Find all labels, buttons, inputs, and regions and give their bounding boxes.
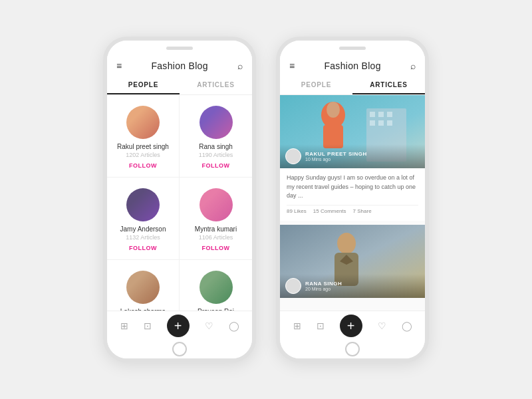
person-name-1: Rakul preet singh	[117, 143, 169, 150]
phone-1: ≡ Fashion Blog ⌕ PEOPLE ARTICLES Rakul p…	[103, 37, 256, 362]
article-text-1: Happy Sunday guys! I am so overdue on a …	[287, 174, 418, 201]
phone-bottom-bar-2	[280, 340, 425, 358]
profile-icon-2[interactable]: ◯	[402, 321, 412, 331]
person-card-2: Rana singh 1190 Articles FOLLOW	[180, 95, 252, 178]
article-author-name-1: RAKUL PREET SINGH	[305, 151, 367, 157]
app-screen-1: ≡ Fashion Blog ⌕ PEOPLE ARTICLES Rakul p…	[107, 55, 252, 340]
bookmark-icon-2[interactable]: ⊡	[317, 321, 325, 331]
home-button-2[interactable]	[345, 342, 360, 356]
people-grid: Rakul preet singh 1202 Articles FOLLOW R…	[107, 95, 252, 311]
bottom-bar-1: ⊞ ⊡ + ♡ ◯	[107, 311, 252, 340]
svg-rect-2	[370, 112, 375, 117]
speaker-2	[339, 47, 366, 50]
person-articles-4: 1106 Articles	[199, 234, 233, 241]
svg-rect-7	[387, 120, 392, 126]
person-name-2: Rana singh	[199, 143, 233, 150]
article-time-2: 20 Mins ago	[305, 287, 342, 291]
tab-articles-2[interactable]: ARTICLES	[352, 76, 425, 94]
svg-rect-4	[387, 112, 392, 117]
article-time-1: 10 Mins ago	[305, 157, 367, 162]
bottom-bar-2: ⊞ ⊡ + ♡ ◯	[280, 311, 425, 340]
article-author-name-2: RANA SINGH	[305, 281, 342, 287]
hamburger-icon-2[interactable]: ≡	[289, 61, 295, 71]
phone-2: ≡ Fashion Blog ⌕ PEOPLE ARTICLES	[276, 37, 429, 362]
profile-icon-1[interactable]: ◯	[229, 321, 239, 331]
add-button-2[interactable]: +	[340, 315, 362, 337]
person-card-5: Lokesh sharma 1078 Articles	[107, 260, 180, 311]
person-name-3: Jamy Anderson	[120, 225, 166, 233]
person-card-1: Rakul preet singh 1202 Articles FOLLOW	[107, 95, 180, 178]
home-button-1[interactable]	[172, 342, 187, 356]
article-body-1: Happy Sunday guys! I am so overdue on a …	[280, 168, 425, 221]
speaker-1	[166, 47, 193, 50]
person-articles-2: 1190 Articles	[199, 152, 233, 158]
avatar-6	[200, 271, 233, 304]
search-icon-1[interactable]: ⌕	[237, 61, 243, 71]
svg-point-12	[337, 233, 356, 254]
tab-articles-1[interactable]: ARTICLES	[180, 76, 252, 94]
person-articles-1: 1202 Articles	[126, 152, 160, 158]
app-title-1: Fashion Blog	[151, 61, 207, 71]
person-articles-3: 1132 Articles	[126, 234, 160, 241]
follow-btn-1[interactable]: FOLLOW	[129, 162, 157, 169]
avatar-3	[126, 188, 160, 221]
follow-btn-3[interactable]: FOLLOW	[129, 245, 157, 251]
article-image-2: RANA SINGH 20 Mins ago	[280, 225, 425, 298]
grid-icon-2[interactable]: ⊞	[293, 321, 301, 331]
phone-bottom-bar-1	[107, 340, 252, 358]
svg-point-10	[327, 102, 340, 118]
add-button-1[interactable]: +	[167, 315, 190, 337]
grid-icon-1[interactable]: ⊞	[120, 321, 128, 331]
hamburger-icon[interactable]: ≡	[116, 61, 122, 71]
person-card-4: Myntra kumari 1106 Articles FOLLOW	[180, 178, 252, 260]
person-card-6: Praveen Raj 1053 Articles	[180, 260, 252, 311]
avatar-5	[126, 271, 160, 304]
article-author-info-1: RAKUL PREET SINGH 10 Mins ago	[305, 151, 367, 162]
person-card-3: Jamy Anderson 1132 Articles FOLLOW	[107, 178, 180, 260]
app-header-2: ≡ Fashion Blog ⌕	[280, 55, 425, 76]
article-image-1: RAKUL PREET SINGH 10 Mins ago	[280, 95, 425, 168]
article-avatar-1	[285, 148, 301, 164]
app-title-2: Fashion Blog	[324, 61, 380, 71]
article-author-info-2: RANA SINGH 20 Mins ago	[305, 281, 342, 291]
svg-rect-3	[378, 112, 384, 117]
app-header-1: ≡ Fashion Blog ⌕	[107, 55, 252, 76]
bell-icon-2[interactable]: ♡	[378, 321, 386, 331]
phone-top-bar-2	[280, 41, 425, 55]
avatar-2	[200, 106, 233, 139]
follow-btn-4[interactable]: FOLLOW	[202, 245, 230, 251]
tabs-2: PEOPLE ARTICLES	[280, 76, 425, 95]
tab-people-1[interactable]: PEOPLE	[107, 76, 180, 94]
follow-btn-2[interactable]: FOLLOW	[202, 162, 230, 169]
article-overlay-2: RANA SINGH 20 Mins ago	[280, 274, 425, 298]
avatar-1	[126, 106, 160, 139]
svg-rect-5	[370, 120, 375, 126]
svg-rect-6	[378, 120, 384, 126]
bell-icon-1[interactable]: ♡	[205, 321, 213, 331]
shares-stat-1: 7 Share	[353, 208, 372, 214]
comments-stat-1: 15 Comments	[313, 208, 346, 214]
article-card-1: RAKUL PREET SINGH 10 Mins ago Happy Sund…	[280, 95, 425, 221]
tabs-1: PEOPLE ARTICLES	[107, 76, 252, 95]
articles-feed: RAKUL PREET SINGH 10 Mins ago Happy Sund…	[280, 95, 425, 311]
avatar-4	[200, 188, 233, 221]
tab-people-2[interactable]: PEOPLE	[280, 76, 352, 94]
app-screen-2: ≡ Fashion Blog ⌕ PEOPLE ARTICLES	[280, 55, 425, 340]
likes-stat-1: 89 Likes	[287, 208, 307, 214]
phone-top-bar-1	[107, 41, 252, 55]
article-stats-1: 89 Likes 15 Comments 7 Share	[287, 205, 418, 217]
article-overlay-1: RAKUL PREET SINGH 10 Mins ago	[280, 144, 425, 168]
person-name-4: Myntra kumari	[195, 225, 237, 233]
bookmark-icon-1[interactable]: ⊡	[144, 321, 152, 331]
search-icon-2[interactable]: ⌕	[410, 61, 416, 71]
article-card-2: RANA SINGH 20 Mins ago	[280, 225, 425, 298]
article-avatar-2	[285, 278, 301, 294]
